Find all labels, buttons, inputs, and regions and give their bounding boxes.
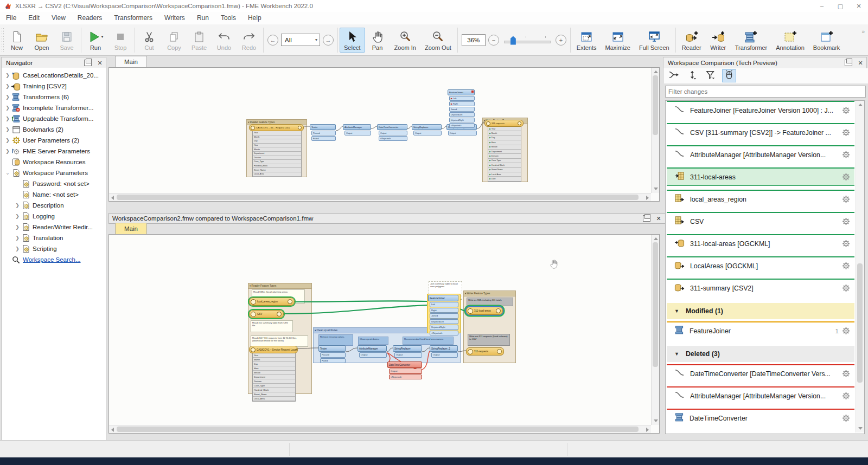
navigator-float-button[interactable] bbox=[84, 60, 92, 66]
node-stringreplacer[interactable]: StringReplacerOutput bbox=[412, 124, 442, 135]
port-unjoinedleft[interactable]: UnjoinedLeft bbox=[430, 319, 458, 325]
save-button[interactable]: Save bbox=[54, 28, 79, 53]
port-output[interactable]: Output bbox=[344, 131, 371, 135]
gear-icon[interactable] bbox=[842, 173, 850, 181]
navigator-item-user-parameters-2[interactable]: ❯User Parameters (2) bbox=[2, 135, 106, 146]
port-rejected[interactable]: <Rejected> bbox=[430, 331, 458, 336]
port-rejected[interactable]: <Rejected> bbox=[449, 123, 475, 128]
annotation[interactable]: Read 311 summary table from CSV file bbox=[251, 320, 293, 332]
chevron-right-icon[interactable]: ❯ bbox=[4, 73, 11, 78]
top-canvas-vscrollbar[interactable] bbox=[651, 68, 659, 193]
navigator-item-reader-writer-redir[interactable]: ❯Reader/Writer Redir... bbox=[2, 222, 106, 232]
redo-button[interactable]: Redo bbox=[237, 28, 261, 53]
gear-icon[interactable] bbox=[842, 217, 850, 225]
breakpoint-filter-select[interactable]: All▾ bbox=[281, 34, 320, 46]
zoom-in-button[interactable]: Zoom In bbox=[390, 28, 420, 53]
annotation[interactable]: Read 2017 311 requests from 12 XLSX file… bbox=[251, 335, 308, 347]
annotation[interactable]: Clean up attributes. bbox=[358, 337, 388, 345]
change-item-csv[interactable]: CSV bbox=[667, 212, 854, 230]
port-joined[interactable]: Joined bbox=[430, 313, 458, 319]
port-output[interactable]: Output bbox=[389, 369, 422, 374]
change-item-csv-311-summary-csv2-featurejoiner[interactable]: CSV [311-summary [CSV2]] -> FeatureJoine… bbox=[667, 123, 854, 141]
comparison-float-button[interactable] bbox=[845, 60, 852, 66]
port-unjoinedright[interactable]: UnjoinedRight bbox=[449, 118, 475, 122]
gear-icon[interactable] bbox=[842, 392, 850, 400]
feature-type-header[interactable]: 311-local-areas bbox=[466, 307, 503, 315]
gear-icon[interactable] bbox=[842, 106, 850, 114]
change-row[interactable]: DateTimeConverter [DateTimeConverter Ver… bbox=[667, 365, 854, 382]
mouse-track-tool-button[interactable] bbox=[722, 69, 736, 82]
feature-type-ca18cov1-se-request-loca[interactable]: CA18COV1 – Se... Request LocaYearMonthDa… bbox=[249, 124, 304, 177]
navigator-item-password-not-set[interactable]: Password: <not set> bbox=[2, 178, 106, 189]
section-collapse-caret[interactable]: ▼ bbox=[674, 308, 679, 314]
port-unjoinedleft[interactable]: UnjoinedLeft bbox=[449, 112, 475, 117]
stop-button[interactable]: Stop bbox=[108, 28, 133, 53]
chevron-right-icon[interactable]: ❯ bbox=[4, 83, 11, 89]
gear-icon[interactable] bbox=[842, 262, 850, 270]
port-unjoinedright[interactable]: UnjoinedRight bbox=[430, 325, 458, 330]
feature-type-311-requests[interactable]: 311-requests bbox=[466, 347, 504, 356]
filter-tool-button[interactable] bbox=[704, 69, 718, 82]
run-dropdown-caret[interactable]: ▾ bbox=[101, 34, 103, 39]
menu-view[interactable]: View bbox=[46, 12, 72, 24]
extents-button[interactable]: Extents bbox=[572, 28, 601, 53]
port-right[interactable]: ▶Right bbox=[449, 101, 475, 106]
navigator-item-workspace-search[interactable]: Workspace Search... bbox=[2, 254, 106, 265]
change-row[interactable]: 311-local-areas [OGCKML] bbox=[667, 235, 854, 252]
menu-help[interactable]: Help bbox=[242, 12, 267, 24]
change-row[interactable]: AttributeManager [AttributeManager Versi… bbox=[667, 146, 854, 163]
section-collapse-caret[interactable]: ▼ bbox=[674, 351, 679, 357]
port-output[interactable]: Output bbox=[431, 352, 458, 358]
menu-readers[interactable]: Readers bbox=[72, 12, 108, 24]
change-row[interactable]: 311-local-areas bbox=[667, 169, 854, 185]
bottom-canvas-vscrollbar[interactable] bbox=[651, 235, 659, 425]
node-datetimeconverter[interactable]: DateTimeConverterOutput<Rejected> bbox=[387, 361, 422, 379]
feature-type-311-requests[interactable]: 311-requests▶Year▶Month▶Day▶Hour▶Minute▶… bbox=[484, 120, 524, 182]
navigator-item-name-not-set[interactable]: Name: <not set> bbox=[2, 189, 106, 200]
port-passed[interactable]: Passed bbox=[320, 352, 346, 358]
navigator-item-workspace-resources[interactable]: Workspace Resources bbox=[2, 157, 106, 167]
change-row[interactable]: local_areas_region bbox=[667, 191, 854, 208]
navigator-item-training-csv2[interactable]: ❯Training [CSV2] bbox=[2, 81, 106, 92]
chevron-right-icon[interactable]: ❯ bbox=[4, 116, 11, 121]
comparison-close-button[interactable]: ✕ bbox=[857, 60, 864, 67]
gear-icon[interactable] bbox=[842, 240, 850, 248]
chevron-right-icon[interactable]: ❯ bbox=[4, 148, 11, 154]
bottom-canvas-hscrollbar[interactable] bbox=[109, 425, 651, 433]
change-item-localareas-ogckml[interactable]: LocalAreas [OGCKML] bbox=[667, 256, 854, 274]
chevron-right-icon[interactable]: ❯ bbox=[4, 138, 11, 143]
change-item-311-summary-csv2[interactable]: 311-summary [CSV2] bbox=[667, 279, 854, 296]
paste-button[interactable]: Paste bbox=[187, 28, 212, 53]
navigator-item-translation[interactable]: ❯Translation bbox=[2, 232, 106, 243]
node-attributemanager[interactable]: AttributeManagerOutput bbox=[343, 124, 371, 135]
zoom-out-button[interactable]: Zoom Out bbox=[420, 28, 456, 53]
navigator-item-scripting[interactable]: ❯Scripting bbox=[2, 243, 106, 254]
chevron-right-icon[interactable]: ❯ bbox=[4, 105, 11, 111]
chevron-right-icon[interactable]: ❯ bbox=[14, 214, 21, 219]
copy-button[interactable]: Copy bbox=[162, 28, 187, 53]
change-item-local-areas-region[interactable]: local_areas_region bbox=[667, 190, 854, 208]
navigator-item-incomplete-transformer[interactable]: ❯Incomplete Transformer... bbox=[2, 102, 106, 113]
menu-tools[interactable]: Tools bbox=[215, 12, 242, 24]
annotation[interactable]: Write as KML including 311 totals bbox=[467, 298, 513, 306]
change-item-featurejoiner[interactable]: FeatureJoiner1 bbox=[667, 321, 854, 339]
change-item-311-local-areas-ogckml[interactable]: 311-local-areas [OGCKML] bbox=[667, 234, 854, 252]
change-item-attributemanager-attributemanager-version[interactable]: AttributeManager [AttributeManager Versi… bbox=[667, 386, 854, 404]
port-rejected[interactable]: <Rejected> bbox=[379, 136, 407, 141]
node-featurejoiner[interactable]: FeatureJoinerLeftRightJoinedUnjoinedLeft… bbox=[428, 295, 458, 335]
toolbar-overflow-chevron[interactable]: » bbox=[861, 24, 865, 35]
top-canvas[interactable]: ▾ Reader Feature Types▾ Writer Feature T… bbox=[109, 68, 651, 193]
chevron-right-icon[interactable]: ❯ bbox=[14, 224, 21, 230]
comparison-scrollbar[interactable] bbox=[856, 101, 864, 432]
change-item-datetimeconverter-datetimeconverter-vers[interactable]: DateTimeConverter [DateTimeConverter Ver… bbox=[667, 364, 854, 382]
node-datetimeconverter[interactable]: DateTimeConverterOutput<Rejected> bbox=[377, 124, 407, 141]
merge-connections-tool-button[interactable] bbox=[667, 69, 681, 82]
section-header-deleted-3[interactable]: ▼Deleted (3) bbox=[667, 346, 854, 362]
navigator-item-fme-server-parameters[interactable]: ❯FME Server Parameters bbox=[2, 146, 106, 157]
feature-type-local-areas-region[interactable]: local_areas_region bbox=[249, 298, 295, 306]
gear-icon[interactable] bbox=[842, 370, 850, 378]
feature-type-header[interactable]: 311-requests bbox=[484, 120, 524, 127]
port-passed[interactable]: Passed bbox=[311, 131, 336, 135]
annotation[interactable]: Recommended fixed local area names. bbox=[403, 337, 454, 345]
node-stringreplacer-2[interactable]: StringReplacer_2Output bbox=[430, 345, 458, 358]
